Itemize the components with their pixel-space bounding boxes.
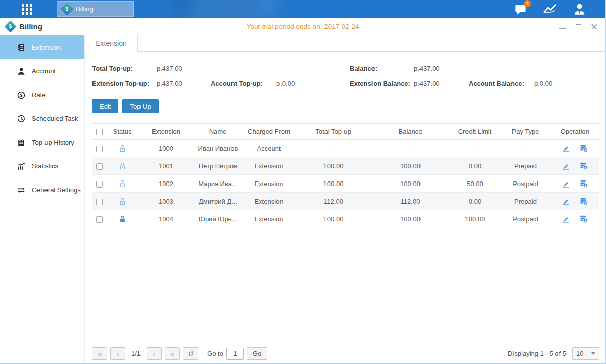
trial-message: Your trial period ends on: 2017-02-24 <box>247 23 359 30</box>
edit-row-icon[interactable] <box>562 197 570 206</box>
window-titlebar: $ Billing Your trial period ends on: 201… <box>0 18 605 35</box>
go-button[interactable]: Go <box>247 347 267 360</box>
cell-pay-type: Postpaid <box>500 175 551 193</box>
account-balance-label: Account Balance: <box>469 80 534 87</box>
table-row: 1003 Дмитрий Д... Extension 112.00 112.0… <box>92 193 599 210</box>
line-chart-icon <box>542 2 557 17</box>
cell-balance: 100.00 <box>371 175 450 193</box>
next-page-button[interactable]: › <box>147 347 162 360</box>
window-title: Billing <box>19 22 42 31</box>
sidebar-item-extension[interactable]: Extension <box>0 35 84 59</box>
column-total-topup: Total Top-up <box>296 124 371 140</box>
monitor-button[interactable] <box>542 2 557 17</box>
column-pay-type: Pay Type <box>500 124 551 140</box>
maximize-button[interactable] <box>573 22 583 32</box>
prev-page-button[interactable]: ‹ <box>110 347 125 360</box>
top-up-row-icon[interactable]: $ <box>579 161 588 170</box>
column-operation: Operation <box>551 124 599 140</box>
table-row: 1002 Мария Ива... Extension 100.00 100.0… <box>92 175 599 193</box>
window-title-group: $ Billing <box>6 22 42 31</box>
status-lock-icon[interactable] <box>118 197 127 206</box>
select-all-checkbox[interactable] <box>96 129 103 135</box>
edit-row-icon[interactable] <box>562 144 570 153</box>
table-header-row: Status Extension Name Charged From Total… <box>92 124 599 140</box>
extension-balance-label: Extension Balance: <box>350 80 414 87</box>
row-checkbox[interactable] <box>96 216 103 223</box>
row-checkbox[interactable] <box>96 199 103 205</box>
refresh-icon <box>187 350 195 357</box>
sidebar-item-topup-history[interactable]: Top-up History <box>0 130 84 154</box>
cell-pay-type: - <box>500 140 551 157</box>
cell-charged-from: Account <box>243 140 296 157</box>
total-topup-label: Total Top-up: <box>92 65 157 72</box>
app-window: $ Billing ! $ Billing Your trial period … <box>0 0 606 364</box>
sidebar-item-scheduled-task[interactable]: Scheduled Task <box>0 107 84 130</box>
cell-extension: 1001 <box>139 157 194 175</box>
page-indicator: 1/1 <box>131 350 141 357</box>
app-launcher-button[interactable] <box>17 0 37 18</box>
window-controls <box>557 22 599 32</box>
cell-pay-type: Postpaid <box>500 210 551 228</box>
cell-total-topup: 100.00 <box>296 210 371 228</box>
edit-row-icon[interactable] <box>562 215 570 223</box>
cell-extension: 1002 <box>139 175 194 193</box>
status-lock-icon[interactable] <box>118 162 127 170</box>
goto-page-input[interactable] <box>226 348 244 360</box>
cell-total-topup: 100.00 <box>296 157 371 175</box>
sidebar-item-general-settings[interactable]: General Settings <box>0 178 84 202</box>
refresh-button[interactable] <box>183 347 198 360</box>
top-up-row-icon[interactable]: $ <box>579 179 588 188</box>
extension-icon <box>17 43 26 52</box>
status-lock-icon[interactable] <box>118 144 127 153</box>
sidebar-item-statistics[interactable]: Statistics <box>0 154 84 178</box>
column-extension: Extension <box>139 124 194 140</box>
status-lock-icon[interactable] <box>118 179 127 188</box>
taskbar-tab-label: Billing <box>76 5 94 13</box>
taskbar-billing-tab[interactable]: $ Billing <box>57 1 134 17</box>
balance-label: Balance: <box>350 65 414 72</box>
column-balance: Balance <box>371 124 450 140</box>
sidebar-item-label: Scheduled Task <box>32 115 78 122</box>
minimize-button[interactable] <box>557 22 567 32</box>
cell-charged-from: Extension <box>243 175 296 193</box>
edit-button[interactable]: Edit <box>92 99 118 113</box>
cell-total-topup: - <box>296 140 371 157</box>
edit-row-icon[interactable] <box>562 179 570 188</box>
cell-name: Мария Ива... <box>194 175 243 193</box>
svg-text:$: $ <box>584 184 586 187</box>
first-page-button[interactable]: « <box>92 347 107 360</box>
svg-text:$: $ <box>584 149 586 152</box>
tab-extension[interactable]: Extension <box>85 35 138 52</box>
top-up-row-icon[interactable]: $ <box>579 197 588 206</box>
svg-text:$: $ <box>20 93 23 98</box>
row-checkbox[interactable] <box>96 163 103 170</box>
cell-credit-limit: 50.00 <box>450 175 500 193</box>
sidebar-item-account[interactable]: Account <box>0 59 84 83</box>
top-up-row-icon[interactable]: $ <box>579 214 588 223</box>
row-checkbox[interactable] <box>96 181 103 188</box>
svg-text:$: $ <box>584 202 586 205</box>
goto-label: Go to <box>207 350 223 357</box>
cell-extension: 1004 <box>139 210 194 228</box>
top-up-button[interactable]: Top Up <box>122 99 158 113</box>
page-size-select[interactable]: 10 <box>572 347 599 360</box>
user-account-button[interactable] <box>573 3 586 16</box>
close-button[interactable] <box>589 22 599 32</box>
sidebar-item-rate[interactable]: $ Rate <box>0 83 84 107</box>
cell-extension: 1003 <box>139 193 194 210</box>
cell-charged-from: Extension <box>243 210 296 228</box>
displaying-text: Displaying 1 - 5 of 5 <box>508 350 566 357</box>
last-page-button[interactable]: » <box>165 347 180 360</box>
notifications-button[interactable]: ! <box>514 3 527 16</box>
scheduled-task-icon <box>17 114 26 123</box>
pagination-controls: « ‹ 1/1 › » Go to Go <box>92 347 267 360</box>
top-up-row-icon[interactable]: $ <box>579 144 588 153</box>
status-lock-icon[interactable] <box>118 215 127 223</box>
extension-topup-value: p.437.00 <box>157 80 211 87</box>
row-checkbox[interactable] <box>96 146 103 152</box>
cell-credit-limit: 100.00 <box>450 210 500 228</box>
edit-row-icon[interactable] <box>562 162 570 170</box>
billing-app-icon: $ <box>60 2 74 16</box>
cell-extension: 1000 <box>139 140 194 157</box>
main-panel: Extension Total Top-up: p.437.00 Balance… <box>85 35 606 363</box>
